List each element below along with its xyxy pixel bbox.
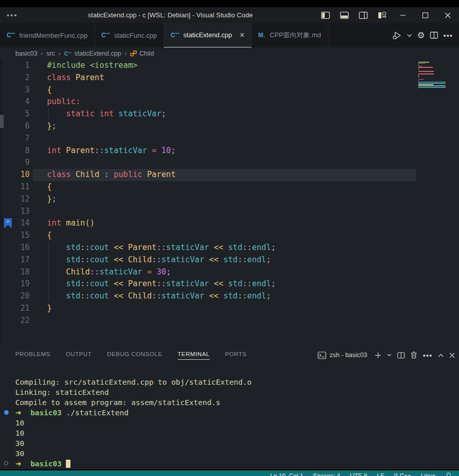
window-frame-edge — [0, 0, 459, 7]
code-text: std::cout << Child::staticVar << std::en… — [47, 254, 271, 266]
minimap[interactable] — [418, 62, 446, 91]
tab-cpp-md[interactable]: M↓CPP面向对象.md — [252, 23, 328, 47]
panel-tab-problems[interactable]: PROBLEMS — [15, 351, 51, 360]
toggle-secondary-sidebar-icon[interactable] — [354, 7, 373, 23]
tab-staticextend-cpp[interactable]: C++staticExtend.cpp× — [164, 23, 252, 47]
run-or-debug-icon[interactable] — [391, 30, 403, 41]
panel-tab-ports[interactable]: PORTS — [225, 351, 247, 360]
terminal-session-label: zsh - basic03 — [330, 352, 368, 359]
code-line: 13 — [0, 206, 459, 218]
line-number: 12 — [0, 193, 30, 206]
panel-more-actions-icon[interactable]: ••• — [423, 351, 432, 360]
token — [219, 291, 223, 300]
run-dropdown-chevron-icon[interactable] — [406, 33, 413, 38]
panel-tab-terminal[interactable]: TERMINAL — [178, 351, 210, 360]
menu-ellipsis-icon[interactable]: ••• — [0, 11, 25, 19]
statusbar-spaces-4[interactable]: Spaces: 4 — [313, 472, 340, 476]
tab-friendmemberfunc-cpp[interactable]: C++friendMemberFunc.cpp — [0, 23, 95, 47]
code-text: public: — [47, 96, 80, 108]
tab-label: friendMemberFunc.cpp — [19, 32, 88, 39]
line-number: 9 — [0, 157, 30, 169]
line-number: 7 — [0, 133, 30, 145]
breadcrumb-item-src[interactable]: src — [46, 50, 55, 57]
code-line: 16 std::cout << Parent::staticVar << std… — [0, 242, 459, 254]
token: endl — [252, 243, 271, 252]
token — [157, 146, 161, 155]
token — [47, 109, 66, 118]
split-terminal-icon[interactable] — [397, 352, 405, 359]
close-tab-icon[interactable]: × — [239, 31, 244, 39]
panel-tabs: PROBLEMSOUTPUTDEBUG CONSOLETERMINALPORTS — [15, 351, 318, 360]
token: :: — [80, 243, 90, 252]
maximize-panel-icon[interactable] — [438, 354, 444, 357]
token: Parent — [66, 146, 94, 155]
token: staticVar — [161, 291, 204, 300]
token: staticVar — [118, 109, 161, 118]
token: :: — [80, 291, 90, 300]
token: << — [214, 279, 224, 288]
terminal-output[interactable]: Compiling: src/staticExtend.cpp to obj/s… — [0, 366, 459, 469]
minimap-gap — [418, 89, 446, 91]
toggle-panel-icon[interactable] — [335, 7, 354, 23]
panel-header: PROBLEMSOUTPUTDEBUG CONSOLETERMINALPORTS… — [0, 344, 459, 366]
breadcrumb-item-basic03[interactable]: basic03 — [15, 50, 37, 57]
code-text: }; — [47, 193, 57, 206]
minimap-line — [418, 80, 419, 81]
token: << — [114, 255, 124, 264]
line-number: 1 — [0, 60, 30, 72]
close-window-button[interactable] — [437, 7, 459, 23]
kill-terminal-trash-icon[interactable] — [410, 352, 417, 359]
new-terminal-icon[interactable] — [375, 352, 381, 359]
token — [123, 279, 128, 288]
terminal-text: 10 — [15, 419, 24, 427]
token: staticVar — [104, 146, 147, 155]
code-text: std::cout << Parent::staticVar << std::e… — [47, 242, 276, 254]
minimize-button[interactable] — [392, 7, 414, 23]
customize-layout-icon[interactable] — [373, 7, 392, 23]
token: int — [47, 146, 61, 155]
token: : — [100, 170, 114, 179]
breadcrumb-separator: › — [41, 50, 43, 57]
statusbar-ln-10-col-1[interactable]: Ln 10, Col 1 — [270, 472, 303, 476]
symbol-class-icon — [130, 50, 137, 57]
token: Parent — [128, 279, 157, 288]
notifications-bell-icon[interactable] — [445, 472, 452, 476]
panel-tab-debug-console[interactable]: DEBUG CONSOLE — [107, 351, 162, 360]
close-panel-icon[interactable] — [449, 353, 455, 358]
terminal-session[interactable]: zsh - basic03 — [318, 352, 368, 359]
breadcrumb-item-child[interactable]: Child — [130, 50, 154, 57]
statusbar-lf[interactable]: LF — [377, 472, 384, 476]
code-editor[interactable]: 1#include <iostream>2class Parent3{4publ… — [0, 60, 459, 344]
terminal-text: 30 — [15, 439, 24, 447]
token: :: — [237, 291, 247, 300]
token — [47, 291, 66, 300]
token — [209, 279, 213, 288]
maximize-button[interactable] — [414, 7, 437, 23]
code-line: 18 Child::staticVar = 30; — [0, 266, 459, 279]
statusbar-utf-8[interactable]: UTF-8 — [350, 472, 367, 476]
launch-profile-chevron-icon[interactable] — [387, 354, 392, 357]
token: int — [47, 218, 61, 228]
statusbar-c[interactable]: {} C++ — [394, 472, 411, 476]
token — [219, 255, 223, 264]
statusbar-linux[interactable]: Linux — [421, 472, 436, 476]
gear-icon[interactable]: ⚙ — [416, 29, 426, 41]
token: << — [114, 279, 124, 288]
token: << — [209, 255, 219, 264]
token: staticVar — [166, 243, 209, 252]
token: ; — [271, 279, 276, 288]
split-editor-icon[interactable] — [429, 31, 439, 40]
terminal-text — [21, 460, 30, 468]
token — [71, 170, 76, 179]
token: main — [66, 218, 85, 228]
tab-staticfunc-cpp[interactable]: C++staticFunc.cpp — [95, 23, 164, 47]
command-pending-circle — [4, 461, 8, 465]
panel-tab-output[interactable]: OUTPUT — [66, 351, 92, 360]
token: ; — [161, 109, 166, 118]
more-actions-icon[interactable]: ••• — [442, 30, 454, 41]
terminal-line: ➜ basic03 — [0, 459, 459, 469]
token: :: — [157, 243, 166, 252]
breadcrumb-item-staticextend-cpp[interactable]: C++staticExtend.cpp — [64, 50, 121, 57]
toggle-primary-sidebar-icon[interactable] — [316, 7, 335, 23]
line-number: 22 — [0, 315, 30, 327]
